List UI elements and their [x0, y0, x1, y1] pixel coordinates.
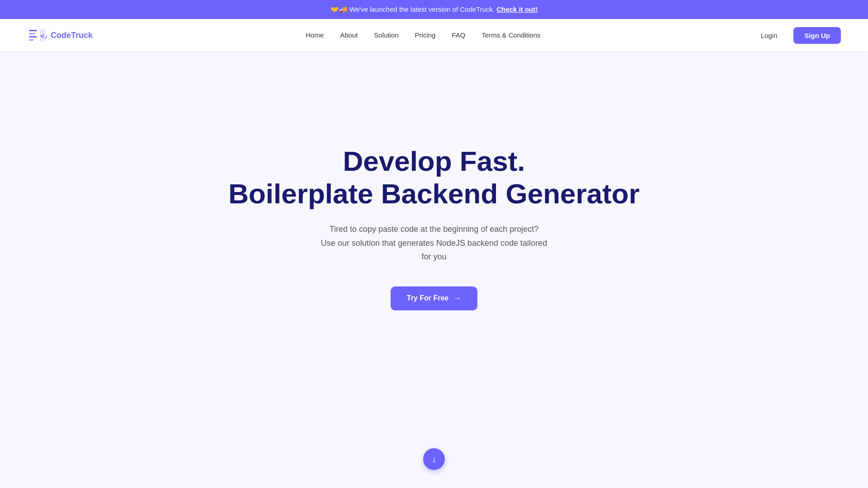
hero-title-line1: Develop Fast.	[343, 145, 525, 177]
logo[interactable]: </> CodeTruck	[27, 25, 93, 45]
announcement-banner: 🤝🚚 We've launched the latest version of …	[0, 0, 868, 19]
scroll-down-icon: ↓	[432, 454, 436, 465]
scroll-down-button[interactable]: ↓	[423, 448, 445, 470]
nav-item-solution[interactable]: Solution	[374, 31, 398, 39]
login-button[interactable]: Login	[754, 28, 785, 43]
hero-section: Develop Fast. Boilerplate Backend Genera…	[0, 52, 868, 368]
hero-subtitle-line1: Tired to copy paste code at the beginnin…	[330, 225, 539, 234]
nav-links: Home About Solution Pricing FAQ Terms & …	[306, 31, 540, 39]
banner-link[interactable]: Check it out!	[496, 5, 538, 13]
nav-item-pricing[interactable]: Pricing	[415, 31, 436, 39]
svg-rect-0	[29, 30, 37, 31]
hero-subtitle-line2: Use our solution that generates NodeJS b…	[321, 239, 547, 262]
svg-rect-3	[29, 39, 33, 41]
banner-text: We've launched the latest version of Cod…	[349, 5, 495, 13]
try-free-label: Try For Free	[407, 294, 448, 302]
signup-button[interactable]: Sign Up	[793, 27, 841, 44]
nav-item-about[interactable]: About	[340, 31, 358, 39]
hero-subtitle: Tired to copy paste code at the beginnin…	[316, 222, 552, 264]
hero-title: Develop Fast. Boilerplate Backend Genera…	[228, 145, 640, 210]
nav-item-terms[interactable]: Terms & Conditions	[481, 31, 540, 39]
try-free-arrow: →	[453, 294, 461, 303]
hero-title-line2: Boilerplate Backend Generator	[228, 178, 640, 209]
nav-item-home[interactable]: Home	[306, 31, 324, 39]
try-for-free-button[interactable]: Try For Free →	[391, 286, 477, 310]
logo-text: CodeTruck	[51, 31, 93, 40]
nav-actions: Login Sign Up	[754, 27, 841, 44]
svg-rect-1	[29, 33, 35, 34]
svg-rect-2	[29, 36, 37, 38]
nav-item-faq[interactable]: FAQ	[452, 31, 465, 39]
banner-emoji: 🤝🚚	[330, 5, 348, 13]
navbar: </> CodeTruck Home About Solution Pricin…	[0, 19, 868, 52]
logo-icon: </>	[27, 25, 47, 45]
svg-text:</>: </>	[40, 32, 47, 40]
